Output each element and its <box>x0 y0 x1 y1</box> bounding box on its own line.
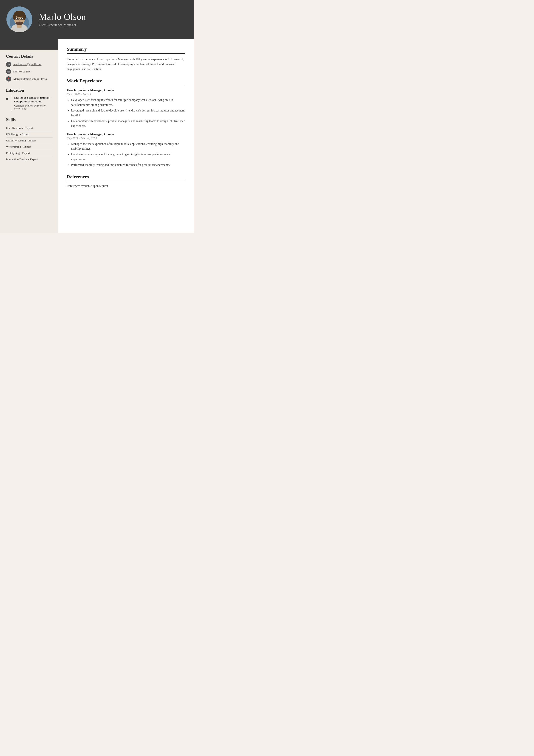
summary-section: Summary Example 1: Experienced User Expe… <box>67 46 185 71</box>
skill-item: Usability Testing - Expert <box>6 138 53 144</box>
edu-bullet <box>6 98 8 100</box>
resume-wrapper: Marlo Olson User Experience Manager Cont… <box>0 0 194 233</box>
svg-point-8 <box>15 21 23 25</box>
education-title: Education <box>6 88 53 93</box>
sidebar: Contact Details ✉ marloolson@gmail.com ☎… <box>0 39 58 233</box>
job-item-1: User Experience Manager, GoogleMay 2021 … <box>67 132 185 168</box>
location-item: 📍 Marquardtberg, 21290, Iowa <box>6 76 53 82</box>
svg-point-11 <box>17 18 18 19</box>
skills-section: Skills User Research - ExpertUX Design -… <box>6 117 53 162</box>
education-item-0: Master of Science in Human-Computer Inte… <box>6 96 53 111</box>
job-title: User Experience Manager, Google <box>67 88 185 92</box>
job-item-0: User Experience Manager, GoogleMarch 202… <box>67 88 185 128</box>
skill-item: UX Design - Expert <box>6 131 53 138</box>
candidate-name: Marlo Olson <box>39 12 185 22</box>
main-content: Summary Example 1: Experienced User Expe… <box>58 39 194 233</box>
references-section: References References available upon req… <box>67 174 185 188</box>
email-item: ✉ marloolson@gmail.com <box>6 62 53 67</box>
job-bullet-item: Conducted user surveys and focus groups … <box>71 152 185 162</box>
skills-title: Skills <box>6 117 53 122</box>
job-bullets: Managed the user experience of multiple … <box>67 142 185 168</box>
work-experience-title: Work Experience <box>67 78 185 85</box>
summary-title: Summary <box>67 46 185 54</box>
edu-school: Carnegie Mellon University <box>14 104 53 107</box>
edu-degree: Master of Science in Human-Computer Inte… <box>14 96 53 103</box>
job-bullet-item: Developed user-friendly interfaces for m… <box>71 98 185 107</box>
candidate-title: User Experience Manager <box>39 23 185 27</box>
phone-item: ☎ (867) 072 2594 <box>6 69 53 74</box>
edu-years: 2017 - 2021 <box>14 107 53 111</box>
skill-item: Interaction Design - Expert <box>6 156 53 162</box>
svg-point-16 <box>19 20 20 22</box>
job-dates: March 2023 - Present <box>67 93 185 96</box>
resume-header: Marlo Olson User Experience Manager <box>0 0 194 39</box>
job-bullet-item: Managed the user experience of multiple … <box>71 142 185 151</box>
education-section: Education Master of Science in Human-Com… <box>6 88 53 111</box>
references-text: References available upon request <box>67 184 185 188</box>
jobs-list: User Experience Manager, GoogleMarch 202… <box>67 88 185 167</box>
location-icon: 📍 <box>6 76 11 82</box>
job-title: User Experience Manager, Google <box>67 132 185 136</box>
job-bullet-item: Performed usability testing and implemen… <box>71 163 185 167</box>
skill-item: Prototyping - Expert <box>6 150 53 156</box>
job-dates: May 2021 - February 2023 <box>67 137 185 140</box>
main-layout: Contact Details ✉ marloolson@gmail.com ☎… <box>0 39 194 233</box>
sidebar-content: Contact Details ✉ marloolson@gmail.com ☎… <box>0 50 58 177</box>
location-text: Marquardtberg, 21290, Iowa <box>13 77 47 81</box>
skill-item: Wireframing - Expert <box>6 144 53 150</box>
contact-section: Contact Details ✉ marloolson@gmail.com ☎… <box>6 54 53 82</box>
work-experience-section: Work Experience User Experience Manager,… <box>67 78 185 167</box>
header-info: Marlo Olson User Experience Manager <box>39 12 185 27</box>
job-bullet-item: Leveraged research and data to develop u… <box>71 108 185 118</box>
skills-list: User Research - ExpertUX Design - Expert… <box>6 125 53 162</box>
summary-text: Example 1: Experienced User Experience M… <box>67 57 185 71</box>
email-link[interactable]: marloolson@gmail.com <box>13 63 41 66</box>
avatar <box>7 7 32 32</box>
job-bullets: Developed user-friendly interfaces for m… <box>67 98 185 128</box>
svg-point-12 <box>21 18 22 19</box>
phone-icon: ☎ <box>6 69 11 74</box>
skill-item: User Research - Expert <box>6 125 53 131</box>
references-title: References <box>67 174 185 181</box>
edu-details: Master of Science in Human-Computer Inte… <box>12 96 53 111</box>
email-icon: ✉ <box>6 62 11 67</box>
contact-title: Contact Details <box>6 54 53 59</box>
phone-text: (867) 072 2594 <box>13 70 31 73</box>
job-bullet-item: Collaborated with developers, product ma… <box>71 119 185 128</box>
